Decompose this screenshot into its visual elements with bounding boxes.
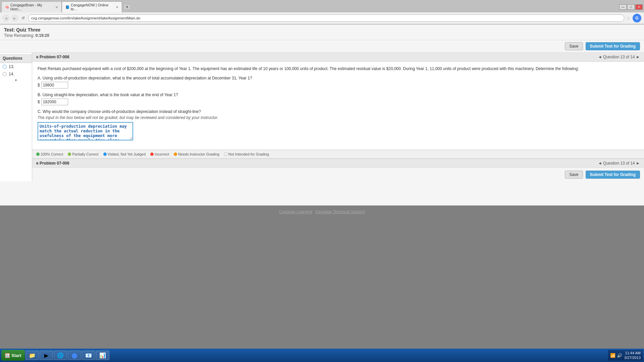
correct-label: 100% Correct [41,152,63,156]
window-controls: — □ ✕ [619,4,643,10]
not-intended-dot [224,153,227,156]
question-14-label: 14. [9,72,14,76]
tab-2-close[interactable]: ✕ [116,5,118,9]
part-a-label: A. Using units-of-production depreciatio… [38,76,639,80]
bottom-toolbar: Save Submit Test for Grading [32,168,644,181]
top-submit-button[interactable]: Submit Test for Grading [586,42,640,50]
legend-bar: 100% Correct Partially Correct Visited, … [32,150,644,159]
tab-1-close[interactable]: ✕ [55,5,58,9]
instructor-label: Needs Instructor Grading [178,152,219,156]
question-intro: Fleet Rentals purchased equipment with a… [38,66,639,72]
url-input[interactable] [28,14,624,22]
new-tab-button[interactable]: + [123,4,131,10]
instructor-dot [174,153,177,156]
test-title: Test: Quiz Three [4,27,640,33]
visited-dot [103,153,107,156]
legend-instructor: Needs Instructor Grading [174,152,219,156]
question-nav-bottom: ◄ Question 13 of 14 ► [598,161,640,166]
forward-button[interactable]: ▶ [11,15,18,21]
sub-question-a: A. Using units-of-production depreciatio… [38,76,639,88]
tech-support-link[interactable]: Cengage Technical Support [316,209,365,214]
part-a-input[interactable] [41,82,68,88]
page-footer: Cengage Learning | Cengage Technical Sup… [0,205,644,218]
back-button[interactable]: ◀ [3,15,9,21]
address-bar: ◀ ▶ ↺ ☆ G [0,12,644,24]
sidebar-header: Questions [0,54,32,63]
profile-avatar: G [633,14,641,22]
question-13-label: 13. [9,64,14,69]
sub-question-c: C. Why would the company choose units-of… [38,109,639,141]
correct-dot [36,153,40,156]
radio-13[interactable] [3,65,7,69]
problem-label-top: e Problem 07-006 [36,55,69,59]
part-c-label: C. Why would the company choose units-of… [38,109,639,114]
time-value: 0:19:20 [36,33,49,38]
problem-label-bottom: e Problem 07-006 [36,161,69,166]
visited-label: Visited, Not Yet Judged [108,152,146,156]
not-intended-label: Not Intended for Grading [228,152,269,156]
tab-1-icon: 🧠 [5,5,9,9]
tab-2-icon: 📘 [65,5,69,9]
time-remaining: Time Remaining: 0:19:20 [4,33,640,38]
part-a-currency: $ [38,83,40,87]
sidebar-scroll-down[interactable]: ▼ [0,78,32,83]
not-graded-note: The input in the box below will not be g… [38,115,639,120]
content-layout: Questions 13. 14. ▼ e Problem 07-006 ◄ Q… [0,53,644,181]
legend-visited: Visited, Not Yet Judged [103,152,146,156]
bottom-submit-button[interactable]: Submit Test for Grading [586,171,640,179]
legend-correct: 100% Correct [36,152,63,156]
tab-1[interactable]: 🧠 CengageBrain - My Hom... ✕ [1,1,62,12]
part-b-currency: $ [38,100,40,104]
bookmark-icon[interactable]: ☆ [626,15,631,21]
incorrect-dot [150,153,154,156]
sub-question-b: B. Using straight-line depreciation, wha… [38,93,639,105]
maximize-button[interactable]: □ [627,4,635,10]
minimize-button[interactable]: — [619,4,627,10]
legend-not-intended: Not Intended for Grading [224,152,269,156]
legend-partial: Partially Correct [68,152,98,156]
part-b-input[interactable] [41,99,68,105]
part-b-label: B. Using straight-line depreciation, wha… [38,93,639,97]
bottom-save-button[interactable]: Save [565,171,583,179]
main-content: e Problem 07-006 ◄ Question 13 of 14 ► F… [32,53,644,181]
close-button[interactable]: ✕ [635,4,643,10]
cengage-learning-link[interactable]: Cengage Learning [279,209,312,214]
test-header: Test: Quiz Three Time Remaining: 0:19:20 [0,24,644,40]
partial-label: Partially Correct [72,152,98,156]
sidebar-item-13[interactable]: 13. [0,63,32,70]
legend-incorrect: Incorrect [150,152,169,156]
question-nav-top: ◄ Question 13 of 14 ► [598,55,640,59]
part-c-textarea[interactable]: Units-of-production depreciation may mat… [38,122,133,140]
top-save-button[interactable]: Save [565,42,583,50]
bottom-bar: e Problem 07-006 ◄ Question 13 of 14 ► [32,159,644,168]
question-body: Fleet Rentals purchased equipment with a… [32,62,644,150]
part-a-input-row: $ [38,82,639,88]
tab-bar: 🧠 CengageBrain - My Hom... ✕ 📘 CengageNO… [0,0,644,12]
top-toolbar: Save Submit Test for Grading [0,40,644,53]
tab-1-label: CengageBrain - My Hom... [10,3,53,11]
refresh-button[interactable]: ↺ [20,15,26,21]
part-b-input-row: $ [38,99,639,105]
question-header-bar: e Problem 07-006 ◄ Question 13 of 14 ► [32,53,644,62]
radio-14[interactable] [3,72,7,76]
tab-2[interactable]: 📘 CengageNOW | Online te... ✕ [62,1,122,12]
questions-sidebar: Questions 13. 14. ▼ [0,53,32,181]
tab-2-label: CengageNOW | Online te... [71,3,113,11]
browser-chrome: 🧠 CengageBrain - My Hom... ✕ 📘 CengageNO… [0,0,644,24]
sidebar-item-14[interactable]: 14. [0,70,32,78]
partial-dot [68,153,71,156]
incorrect-label: Incorrect [155,152,169,156]
page-container: Test: Quiz Three Time Remaining: 0:19:20… [0,24,644,205]
time-label: Time Remaining: [4,33,34,38]
